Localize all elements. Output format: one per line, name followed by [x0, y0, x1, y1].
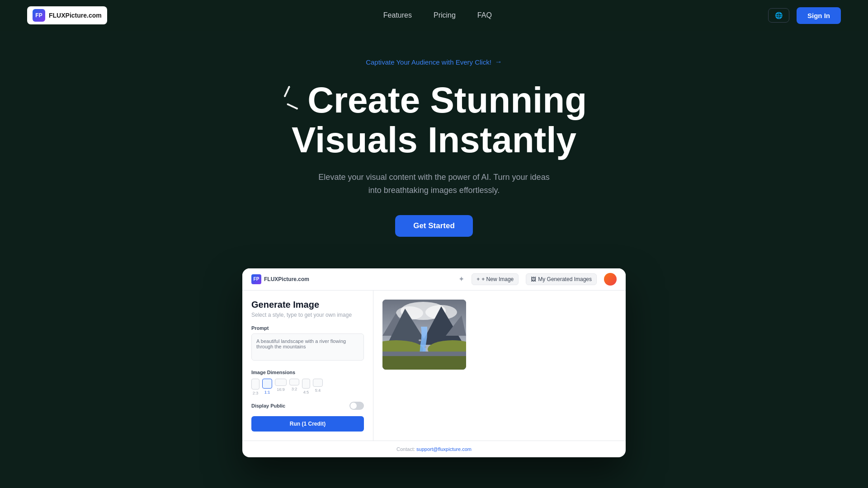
globe-icon: 🌐: [775, 12, 783, 19]
hero-banner[interactable]: Captivate Your Audience with Every Click…: [366, 58, 502, 66]
nav-links: Features Pricing FAQ: [383, 11, 492, 19]
dim-box-23: [251, 379, 259, 389]
landscape-svg: [382, 300, 466, 370]
generate-subtitle: Select a style, type to get your own ima…: [251, 312, 364, 318]
hero-title: ⟋⟍ Create Stunning Visuals Instantly: [281, 80, 587, 160]
sparkle-decoration: ⟋⟍: [276, 81, 302, 117]
sign-in-button[interactable]: Sign In: [797, 7, 841, 24]
logo-text: FLUXPicture.com: [49, 12, 102, 19]
contact-email[interactable]: support@fluxpicture.com: [416, 446, 472, 452]
preview-logo-text: FLUXPicture.com: [264, 276, 309, 282]
logo[interactable]: FP FLUXPicture.com: [27, 6, 107, 24]
language-button[interactable]: 🌐: [768, 8, 789, 23]
svg-point-12: [425, 346, 426, 347]
display-public-row: Display Public: [251, 402, 364, 410]
user-avatar[interactable]: [604, 273, 617, 286]
contact-label: Contact:: [396, 446, 415, 452]
images-icon: 🖼: [531, 276, 536, 282]
display-public-label: Display Public: [251, 403, 285, 408]
my-images-label: My Generated Images: [538, 276, 592, 282]
nav-pricing[interactable]: Pricing: [434, 11, 456, 19]
new-image-button[interactable]: + + New Image: [472, 273, 519, 285]
banner-text: Captivate Your Audience with Every Click…: [366, 58, 491, 66]
dim-box-45: [302, 379, 310, 389]
prompt-input[interactable]: A beautiful landscape with a river flowi…: [251, 333, 364, 361]
dim-box-54: [313, 379, 323, 387]
banner-arrow: →: [495, 58, 502, 66]
dim-box-32: [289, 379, 299, 385]
preview-right-panel: [373, 291, 626, 441]
dim-label-169: 16:9: [277, 387, 285, 392]
dim-option-32[interactable]: 3:2: [289, 379, 299, 395]
dim-label-45: 4:5: [303, 390, 309, 394]
dim-option-169[interactable]: 16:9: [275, 379, 287, 395]
run-button[interactable]: Run (1 Credit): [251, 416, 364, 432]
dim-label-32: 3:2: [292, 387, 297, 391]
get-started-button[interactable]: Get Started: [395, 215, 473, 237]
logo-icon: FP: [33, 9, 45, 22]
dim-label-11: 1:1: [264, 390, 270, 394]
navbar: FP FLUXPicture.com Features Pricing FAQ …: [0, 0, 868, 31]
preview-header: FP FLUXPicture.com ✦ + + New Image 🖼 My …: [242, 268, 626, 291]
preview-logo-icon: FP: [251, 274, 261, 284]
image-dimensions: 2:3 1:1 16:9 3:2: [251, 379, 364, 395]
hero-section: Captivate Your Audience with Every Click…: [0, 31, 868, 259]
generated-image: [382, 300, 466, 370]
my-images-button[interactable]: 🖼 My Generated Images: [526, 273, 597, 285]
dim-option-54[interactable]: 5:4: [313, 379, 323, 395]
nav-right: 🌐 Sign In: [768, 7, 841, 24]
generate-title: Generate Image: [251, 300, 364, 310]
new-image-label: + New Image: [481, 276, 514, 282]
dim-box-169: [275, 379, 287, 386]
dim-label-23: 2:3: [253, 391, 259, 395]
plus-icon: +: [476, 276, 480, 282]
preview-header-actions: ✦ + + New Image 🖼 My Generated Images: [458, 273, 617, 286]
hero-title-line1: Create Stunning: [307, 80, 587, 120]
preview-footer: Contact: support@fluxpicture.com: [242, 441, 626, 457]
nav-faq[interactable]: FAQ: [477, 11, 492, 19]
app-preview: FP FLUXPicture.com ✦ + + New Image 🖼 My …: [0, 259, 868, 484]
preview-left-panel: Generate Image Select a style, type to g…: [242, 291, 373, 441]
svg-point-11: [419, 339, 421, 341]
display-public-toggle[interactable]: [349, 402, 364, 410]
hero-title-line2: Visuals Instantly: [292, 120, 576, 160]
nav-features[interactable]: Features: [383, 11, 412, 19]
preview-window: FP FLUXPicture.com ✦ + + New Image 🖼 My …: [242, 268, 626, 457]
preview-logo: FP FLUXPicture.com: [251, 274, 309, 284]
prompt-label: Prompt: [251, 325, 364, 331]
dim-option-11[interactable]: 1:1: [262, 379, 272, 395]
dim-box-11: [262, 379, 272, 389]
preview-body: Generate Image Select a style, type to g…: [242, 291, 626, 441]
dimensions-label: Image Dimensions: [251, 370, 364, 375]
dim-label-54: 5:4: [315, 388, 321, 393]
settings-icon[interactable]: ✦: [458, 275, 464, 283]
hero-subtitle: Elevate your visual content with the pow…: [316, 171, 552, 197]
dim-option-23[interactable]: 2:3: [251, 379, 259, 395]
dim-option-45[interactable]: 4:5: [302, 379, 310, 395]
svg-rect-13: [382, 356, 466, 370]
